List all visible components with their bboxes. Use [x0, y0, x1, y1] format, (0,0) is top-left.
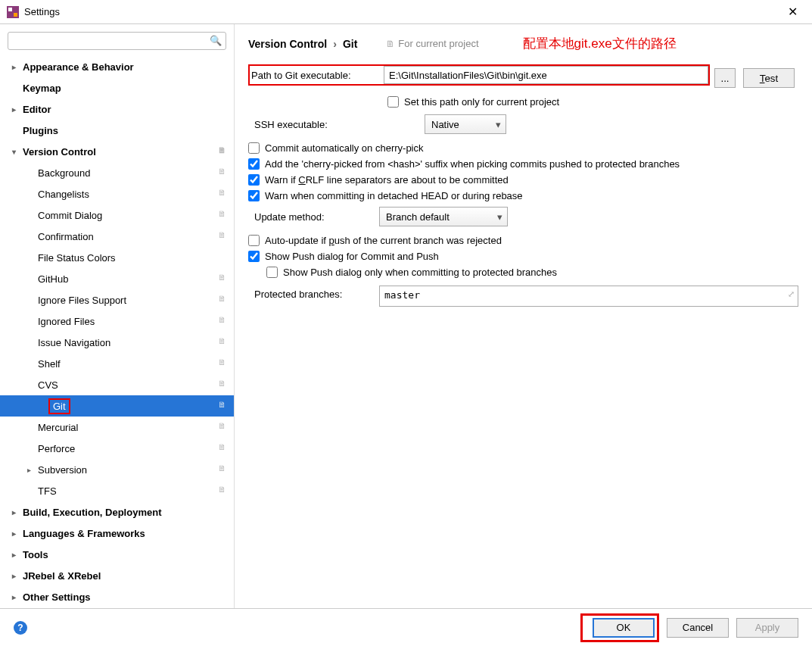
sidebar-item-cvs[interactable]: CVS🗎 — [0, 374, 234, 395]
browse-button[interactable]: ... — [714, 68, 736, 88]
sidebar-item-tools[interactable]: ▸Tools — [0, 544, 234, 565]
autoupdate-checkbox[interactable] — [248, 235, 260, 246]
svg-rect-1 — [8, 8, 12, 11]
crlf-checkbox[interactable] — [248, 174, 260, 186]
sidebar-item-jrebel-xrebel[interactable]: ▸JRebel & XRebel — [0, 565, 234, 586]
breadcrumb-root[interactable]: Version Control — [248, 38, 327, 50]
sidebar-item-label: CVS — [38, 379, 58, 391]
showpush-checkbox[interactable] — [248, 251, 260, 262]
sidebar-item-keymap[interactable]: Keymap — [0, 77, 234, 98]
sidebar-item-label: Subversion — [38, 464, 87, 476]
chevron-right-icon[interactable]: ▸ — [12, 551, 23, 559]
chevron-right-icon[interactable]: ▸ — [27, 466, 38, 474]
sidebar-item-version-control[interactable]: ▾Version Control🗎 — [0, 141, 234, 162]
sidebar-item-label: Perforce — [38, 443, 75, 454]
sidebar-item-label: GitHub — [38, 273, 68, 285]
sidebar-item-label: Mercurial — [38, 422, 78, 433]
sidebar-item-issue-navigation[interactable]: Issue Navigation🗎 — [0, 332, 234, 353]
sidebar-item-perforce[interactable]: Perforce🗎 — [0, 438, 234, 459]
chevron-right-icon[interactable]: ▸ — [12, 508, 23, 516]
chevron-right-icon[interactable]: ▸ — [12, 529, 23, 538]
ok-button[interactable]: OK — [593, 618, 655, 638]
footer: ? OK Cancel Apply — [0, 608, 812, 646]
chevron-right-icon: › — [333, 38, 337, 50]
chevron-right-icon[interactable]: ▸ — [12, 572, 23, 580]
protected-label: Protected branches: — [248, 286, 366, 300]
sidebar-item-languages-frameworks[interactable]: ▸Languages & Frameworks — [0, 523, 234, 544]
sidebar-item-changelists[interactable]: Changelists🗎 — [0, 183, 234, 204]
sidebar-item-label: TFS — [38, 485, 57, 497]
sidebar-item-ignore-files-support[interactable]: Ignore Files Support🗎 — [0, 289, 234, 311]
copy-icon: 🗎 — [218, 463, 226, 473]
sidebar-item-label: Languages & Frameworks — [23, 528, 145, 539]
showpush-label: Show Push dialog for Commit and Push — [265, 251, 439, 262]
sidebar-item-label: Version Control — [23, 146, 96, 158]
sidebar-item-shelf[interactable]: Shelf🗎 — [0, 353, 234, 374]
ssh-select[interactable]: Native — [425, 114, 506, 134]
sidebar-item-confirmation[interactable]: Confirmation🗎 — [0, 226, 234, 247]
sidebar-item-label: Confirmation — [38, 231, 94, 242]
cherry-pick-label: Commit automatically on cherry-pick — [265, 142, 424, 154]
main-panel: Version Control › Git 🗎For current proje… — [235, 24, 812, 608]
sidebar-item-commit-dialog[interactable]: Commit Dialog🗎 — [0, 204, 234, 226]
copy-icon: 🗎 — [218, 336, 226, 345]
sidebar-item-other-settings[interactable]: ▸Other Settings — [0, 586, 234, 607]
cancel-button[interactable]: Cancel — [667, 618, 729, 638]
search-input[interactable] — [8, 32, 226, 50]
copy-icon: 🗎 — [218, 485, 226, 494]
copy-icon: 🗎 — [218, 400, 226, 409]
settings-tree: ▸Appearance & BehaviorKeymap▸EditorPlugi… — [0, 56, 234, 607]
search-icon: 🔍 — [210, 35, 222, 46]
copy-icon: 🗎 — [218, 273, 226, 282]
sidebar-item-file-status-colors[interactable]: File Status Colors — [0, 247, 234, 268]
expand-icon[interactable]: ⤢ — [788, 289, 795, 299]
showpush-protected-checkbox[interactable] — [266, 267, 278, 278]
sidebar-item-plugins[interactable]: Plugins — [0, 120, 234, 141]
sidebar-item-label: Issue Navigation — [38, 337, 110, 348]
sidebar-item-ignored-files[interactable]: Ignored Files🗎 — [0, 311, 234, 332]
protected-branches-input[interactable]: master — [379, 286, 798, 307]
copy-icon: 🗎 — [218, 294, 226, 303]
detached-checkbox[interactable] — [248, 190, 260, 201]
sidebar-item-git[interactable]: Git🗎 — [0, 395, 234, 417]
chevron-right-icon[interactable]: ▸ — [12, 593, 23, 601]
sidebar-item-build-execution-deployment[interactable]: ▸Build, Execution, Deployment — [0, 501, 234, 523]
sidebar-item-subversion[interactable]: ▸Subversion🗎 — [0, 459, 234, 480]
copy-icon: 🗎 — [218, 357, 226, 367]
help-icon[interactable]: ? — [14, 621, 27, 635]
annotation-text: 配置本地git.exe文件的路径 — [523, 35, 677, 52]
scope-label: 🗎For current project — [386, 38, 478, 49]
copy-icon: 🗎 — [218, 209, 226, 218]
test-button[interactable]: Test — [743, 68, 795, 88]
suffix-checkbox[interactable] — [248, 158, 260, 170]
copy-icon: 🗎 — [386, 39, 395, 49]
set-path-project-checkbox[interactable] — [387, 96, 399, 108]
sidebar-item-github[interactable]: GitHub🗎 — [0, 268, 234, 289]
apply-button[interactable]: Apply — [736, 618, 798, 638]
chevron-down-icon[interactable]: ▾ — [12, 148, 23, 156]
breadcrumb: Version Control › Git 🗎For current proje… — [248, 35, 798, 52]
sidebar-item-label: Shelf — [38, 358, 61, 370]
chevron-right-icon[interactable]: ▸ — [12, 63, 23, 71]
cherry-pick-checkbox[interactable] — [248, 142, 260, 154]
sidebar-item-mercurial[interactable]: Mercurial🗎 — [0, 417, 234, 438]
copy-icon: 🗎 — [218, 145, 226, 154]
sidebar-item-label: Changelists — [38, 189, 89, 200]
sidebar-item-editor[interactable]: ▸Editor — [0, 98, 234, 120]
sidebar-item-background[interactable]: Background🗎 — [0, 162, 234, 183]
sidebar-item-label: Plugins — [23, 125, 58, 136]
sidebar-item-label: File Status Colors — [38, 252, 116, 264]
git-path-input[interactable] — [384, 66, 708, 84]
copy-icon: 🗎 — [218, 230, 226, 239]
chevron-right-icon[interactable]: ▸ — [12, 105, 23, 114]
close-icon[interactable]: ✕ — [779, 5, 806, 19]
sidebar-item-label: Ignored Files — [38, 316, 95, 327]
copy-icon: 🗎 — [218, 379, 226, 388]
update-method-select[interactable]: Branch default — [379, 207, 508, 226]
update-method-label: Update method: — [248, 211, 366, 223]
sidebar-item-appearance-behavior[interactable]: ▸Appearance & Behavior — [0, 56, 234, 77]
suffix-label: Add the 'cherry-picked from <hash>' suff… — [265, 158, 680, 170]
sidebar-item-tfs[interactable]: TFS🗎 — [0, 480, 234, 501]
window-title: Settings — [24, 6, 779, 17]
autoupdate-label: Auto-update if push of the current branc… — [265, 235, 502, 246]
